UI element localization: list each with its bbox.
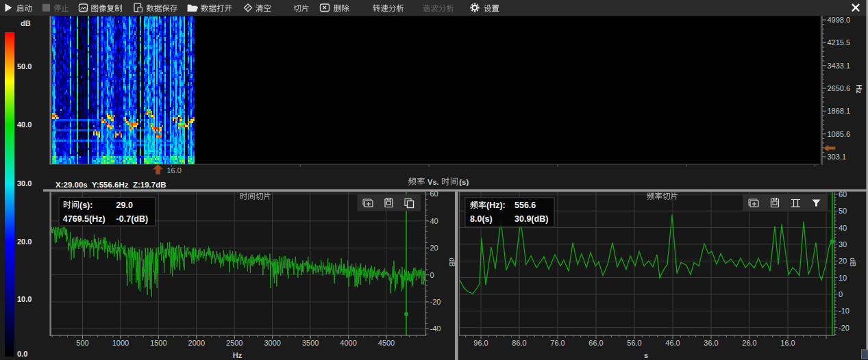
svg-text:Vs.: Vs. — [427, 178, 439, 186]
svg-text:8.0(s): 8.0(s) — [470, 214, 493, 224]
svg-text:3433.1: 3433.1 — [828, 62, 851, 70]
svg-text:4998.0: 4998.0 — [828, 16, 851, 24]
svg-text:2000: 2000 — [188, 339, 205, 347]
svg-text:30.0: 30.0 — [17, 179, 32, 188]
svg-text:26.0: 26.0 — [742, 339, 756, 347]
svg-text:50: 50 — [839, 207, 847, 215]
svg-text:0: 0 — [430, 271, 434, 279]
svg-text:3000: 3000 — [264, 339, 280, 347]
svg-text:40: 40 — [839, 224, 847, 232]
svg-text:2500: 2500 — [226, 339, 243, 347]
svg-text:46.0: 46.0 — [665, 339, 680, 347]
svg-text:1000: 1000 — [112, 339, 129, 347]
svg-text:500: 500 — [76, 339, 88, 347]
svg-text:1085.6: 1085.6 — [828, 130, 851, 138]
svg-text:60: 60 — [839, 190, 847, 198]
svg-text:66.0: 66.0 — [588, 339, 603, 347]
svg-text:s: s — [644, 351, 648, 359]
svg-text:-40: -40 — [430, 324, 441, 333]
svg-text:50.0: 50.0 — [17, 62, 32, 70]
svg-text:20.0: 20.0 — [17, 237, 32, 246]
svg-text:(Hz):: (Hz): — [486, 201, 506, 210]
svg-text:96.0: 96.0 — [473, 339, 488, 347]
svg-text:(s):: (s): — [79, 201, 92, 210]
svg-text:4769.5(Hz): 4769.5(Hz) — [63, 214, 106, 224]
svg-text:0.0: 0.0 — [17, 350, 27, 358]
svg-text:16.0: 16.0 — [167, 166, 182, 175]
svg-text:60: 60 — [430, 190, 438, 198]
svg-text:-0.7(dB): -0.7(dB) — [116, 214, 149, 224]
svg-text:2650.6: 2650.6 — [828, 84, 851, 92]
svg-text:Hz: Hz — [855, 84, 863, 94]
svg-text:4215.5: 4215.5 — [828, 38, 851, 47]
svg-text:1500: 1500 — [150, 339, 166, 347]
svg-text:40: 40 — [430, 217, 438, 225]
svg-text:3500: 3500 — [302, 339, 319, 347]
svg-text:20: 20 — [430, 244, 438, 252]
svg-text:-20: -20 — [839, 324, 850, 332]
svg-text:dB: dB — [448, 257, 456, 266]
svg-text:(s): (s) — [459, 178, 469, 186]
svg-text:-10: -10 — [839, 307, 850, 315]
svg-text:X:29.00s Y:556.6Hz Z:19.7dB: X:29.00s Y:556.6Hz Z:19.7dB — [55, 181, 166, 189]
svg-text:56.0: 56.0 — [627, 339, 641, 347]
svg-text:10: 10 — [839, 274, 847, 282]
svg-text:0: 0 — [839, 290, 843, 298]
svg-text:30: 30 — [839, 240, 847, 248]
svg-text:86.0: 86.0 — [512, 339, 526, 347]
svg-text:4500: 4500 — [378, 339, 395, 347]
svg-text:36.0: 36.0 — [704, 339, 718, 347]
svg-text:dB: dB — [21, 19, 31, 27]
svg-text:10.0: 10.0 — [17, 295, 32, 303]
svg-text:20: 20 — [839, 257, 847, 265]
svg-text:303.1: 303.1 — [828, 153, 847, 161]
svg-text:16.0: 16.0 — [780, 339, 795, 347]
svg-text:-20: -20 — [430, 298, 441, 306]
svg-text:30.9(dB): 30.9(dB) — [514, 214, 548, 224]
svg-text:dB: dB — [849, 257, 857, 266]
svg-text:Hz: Hz — [233, 351, 243, 359]
svg-text:40.0: 40.0 — [17, 120, 32, 129]
svg-text:76.0: 76.0 — [550, 339, 565, 347]
svg-text:556.6: 556.6 — [514, 201, 536, 210]
svg-text:4000: 4000 — [340, 339, 356, 347]
svg-text:1868.1: 1868.1 — [828, 107, 851, 115]
svg-text:29.0: 29.0 — [116, 201, 133, 210]
